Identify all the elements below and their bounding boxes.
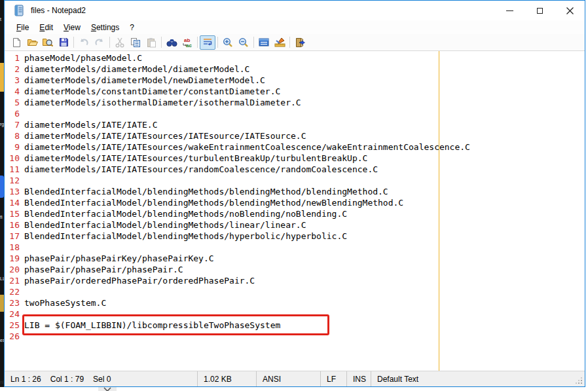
screen: t rg fi LL es ni files - Notepad2 <box>0 0 588 391</box>
save-button[interactable] <box>56 35 71 50</box>
toolbar-separator <box>109 37 110 48</box>
zoom-out-button[interactable] <box>236 35 251 50</box>
paste-icon <box>147 37 156 48</box>
editor-line[interactable]: 6 <box>5 108 585 119</box>
paste-button[interactable] <box>143 35 159 50</box>
customize-schemes-icon <box>274 37 285 48</box>
line-text: diameterModels/diameterModel/newDiameter… <box>24 75 265 86</box>
maximize-button[interactable] <box>524 1 555 20</box>
chevron-down-icon <box>103 387 111 391</box>
menu-help[interactable]: ? <box>124 22 139 33</box>
line-number: 15 <box>5 208 23 219</box>
notepad2-app-icon <box>13 5 25 16</box>
editor-line[interactable]: 21 phasePair/orderedPhasePair/orderedPha… <box>5 275 585 286</box>
toolbar-separator <box>289 37 290 48</box>
word-wrap-button[interactable] <box>200 35 215 50</box>
copy-button[interactable] <box>128 35 143 50</box>
line-number: 1 <box>5 52 23 64</box>
cut-icon <box>115 37 124 48</box>
line-text: phasePair/orderedPhasePair/orderedPhaseP… <box>24 275 255 286</box>
menu-settings[interactable]: Settings <box>86 22 124 33</box>
line-number: 22 <box>5 286 23 297</box>
maximize-icon <box>537 8 543 14</box>
editor-line[interactable]: 26 <box>5 331 585 342</box>
customize-schemes-button[interactable] <box>272 35 287 50</box>
editor-line[interactable]: 11 diameterModels/IATE/IATEsources/rando… <box>5 164 585 175</box>
insert-mode-value: INS <box>353 375 366 384</box>
menu-view[interactable]: View <box>58 22 86 33</box>
resize-grip[interactable] <box>575 377 583 385</box>
undo-button[interactable] <box>76 35 92 50</box>
editor-line[interactable]: 13 BlendedInterfacialModel/blendingMetho… <box>5 186 585 197</box>
editor-line[interactable]: 20 phasePair/phasePair/phasePair.C <box>5 264 585 275</box>
menu-edit[interactable]: Edit <box>34 22 58 33</box>
open-folder-button[interactable] <box>24 35 40 50</box>
exit-button[interactable] <box>292 35 308 50</box>
menu-bar: File Edit View Settings ? <box>5 20 585 34</box>
editor-line[interactable]: 5 diameterModels/isothermalDiameter/isot… <box>5 97 585 108</box>
zoom-in-button[interactable] <box>220 35 236 50</box>
editor-line[interactable]: 1 phaseModel/phaseModel.C <box>5 52 585 64</box>
line-number: 16 <box>5 219 23 231</box>
editor-line[interactable]: 10 diameterModels/IATE/IATEsources/turbu… <box>5 153 585 164</box>
status-position: Ln 1 : 26 Col 1 : 79 Sel 0 <box>5 371 197 386</box>
status-eol-mode[interactable]: LF <box>320 371 346 386</box>
collapse-chevron-button[interactable] <box>98 387 117 391</box>
minimize-button[interactable] <box>494 1 524 20</box>
redo-button[interactable] <box>92 35 107 50</box>
editor-line[interactable]: 12 <box>5 175 585 186</box>
line-text: phaseModel/phaseModel.C <box>24 52 142 64</box>
status-sel: Sel 0 <box>93 375 111 384</box>
line-number: 5 <box>5 97 23 108</box>
title-bar[interactable]: files - Notepad2 <box>5 1 585 20</box>
browse-files-button[interactable] <box>40 35 56 50</box>
editor-line[interactable]: 22 <box>5 286 585 297</box>
editor-line[interactable]: 9 diameterModels/IATE/IATEsources/wakeEn… <box>5 141 585 153</box>
line-text: twoPhaseSystem.C <box>24 297 106 308</box>
line-text: diameterModels/IATE/IATE.C <box>24 119 158 130</box>
editor-line[interactable]: 25 LIB = $(FOAM_LIBBIN)/libcompressibleT… <box>5 320 585 331</box>
notepad2-window: files - Notepad2 File Edit View Settings… <box>4 0 585 387</box>
undo-icon <box>79 38 89 47</box>
line-text: BlendedInterfacialModel/blendingMethods/… <box>24 186 388 197</box>
editor-line[interactable]: 18 <box>5 242 585 253</box>
line-number: 11 <box>5 164 23 175</box>
editor-line[interactable]: 16 BlendedInterfacialModel/blendingMetho… <box>5 219 585 231</box>
word-wrap-icon <box>202 37 213 47</box>
find-button[interactable] <box>164 35 179 50</box>
background-window-bottom <box>4 387 588 391</box>
scheme-config-button[interactable] <box>256 35 272 50</box>
replace-button[interactable]: ab ac <box>179 35 195 50</box>
toolbar-separator <box>217 37 218 48</box>
editor-line[interactable]: 23 twoPhaseSystem.C <box>5 297 585 308</box>
status-insert-mode[interactable]: INS <box>346 371 371 386</box>
menu-file[interactable]: File <box>11 22 34 33</box>
editor-line[interactable]: 19 phasePair/phasePairKey/phasePairKey.C <box>5 253 585 264</box>
line-number: 12 <box>5 175 23 186</box>
new-file-button[interactable] <box>9 35 24 50</box>
editor-line[interactable]: 2 diameterModels/diameterModel/diameterM… <box>5 64 585 75</box>
status-syntax-scheme[interactable]: Default Text <box>371 371 585 386</box>
editor-line[interactable]: 3 diameterModels/diameterModel/newDiamet… <box>5 75 585 86</box>
line-number: 8 <box>5 130 23 141</box>
editor-line[interactable]: 15 BlendedInterfacialModel/blendingMetho… <box>5 208 585 219</box>
close-button[interactable] <box>555 1 585 20</box>
line-text: diameterModels/diameterModel/diameterMod… <box>24 64 249 75</box>
line-number: 3 <box>5 75 23 86</box>
editor-line[interactable]: 14 BlendedInterfacialModel/blendingMetho… <box>5 197 585 208</box>
cut-button[interactable] <box>112 35 128 50</box>
line-number: 4 <box>5 86 23 97</box>
line-text: BlendedInterfacialModel/blendingMethods/… <box>24 231 347 242</box>
status-file-size: 1.02 KB <box>197 371 256 386</box>
editor-line[interactable]: 24 <box>5 308 585 320</box>
zoom-out-icon <box>238 37 249 48</box>
editor-line[interactable]: 7 diameterModels/IATE/IATE.C <box>5 119 585 130</box>
desktop-gap <box>585 0 588 391</box>
editor-line[interactable]: 4 diameterModels/constantDiameter/consta… <box>5 86 585 97</box>
line-number: 24 <box>5 308 23 320</box>
editor-line[interactable]: 8 diameterModels/IATE/IATEsources/IATEso… <box>5 130 585 141</box>
editor-line[interactable]: 17 BlendedInterfacialModel/blendingMetho… <box>5 231 585 242</box>
status-encoding[interactable]: ANSI <box>256 371 320 386</box>
toolbar: ab ac <box>5 34 585 51</box>
editor-area[interactable]: 1 phaseModel/phaseModel.C 2 diameterMode… <box>5 51 585 371</box>
